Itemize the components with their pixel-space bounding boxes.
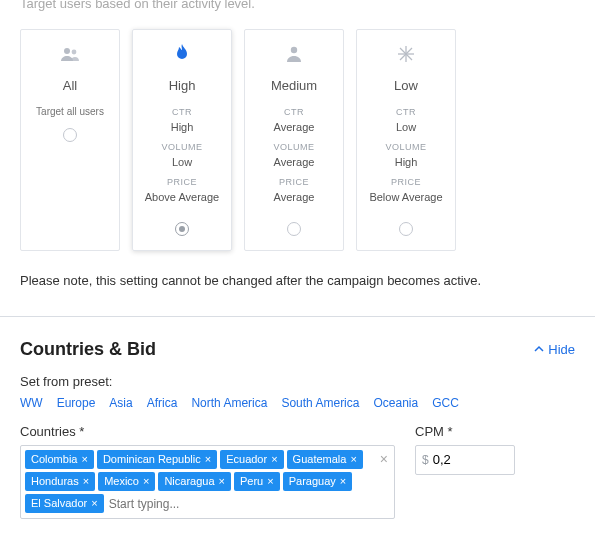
price-value: Average: [274, 190, 315, 204]
country-tag[interactable]: Nicaragua×: [158, 472, 231, 491]
clear-countries-icon[interactable]: ×: [380, 452, 388, 466]
activity-card-subtitle: Target all users: [36, 105, 104, 118]
activity-radio[interactable]: [175, 222, 189, 236]
users-icon: [60, 42, 80, 66]
country-tag[interactable]: Colombia×: [25, 450, 94, 469]
volume-label: VOLUME: [161, 142, 202, 154]
country-tag-label: El Salvador: [31, 497, 87, 510]
snow-icon: [397, 42, 415, 66]
ctr-value: High: [171, 120, 194, 134]
activity-cards-row: AllTarget all usersHighCTRHighVOLUMELowP…: [20, 29, 575, 251]
volume-label: VOLUME: [273, 142, 314, 154]
activity-card-medium[interactable]: MediumCTRAverageVOLUMEAveragePRICEAverag…: [244, 29, 344, 251]
preset-label: Set from preset:: [20, 374, 575, 389]
activity-description: Target users based on their activity lev…: [20, 0, 575, 11]
country-tag[interactable]: El Salvador×: [25, 494, 104, 513]
remove-tag-icon[interactable]: ×: [143, 475, 149, 488]
country-tag-label: Nicaragua: [164, 475, 214, 488]
remove-tag-icon[interactable]: ×: [350, 453, 356, 466]
country-tag[interactable]: Paraguay×: [283, 472, 353, 491]
cpm-currency: $: [422, 453, 429, 467]
chevron-up-icon: [534, 344, 544, 354]
price-value: Above Average: [145, 190, 219, 204]
preset-europe[interactable]: Europe: [57, 396, 96, 410]
volume-value: High: [395, 155, 418, 169]
ctr-label: CTR: [284, 107, 304, 119]
activity-card-title: All: [63, 78, 77, 95]
price-label: PRICE: [391, 177, 421, 189]
ctr-value: Average: [274, 120, 315, 134]
price-label: PRICE: [279, 177, 309, 189]
countries-input[interactable]: × Colombia×Dominican Republic×Ecuador×Gu…: [20, 445, 395, 519]
preset-north-america[interactable]: North America: [191, 396, 267, 410]
country-tag[interactable]: Mexico×: [98, 472, 155, 491]
country-tag-label: Ecuador: [226, 453, 267, 466]
remove-tag-icon[interactable]: ×: [81, 453, 87, 466]
preset-africa[interactable]: Africa: [147, 396, 178, 410]
hide-label: Hide: [548, 342, 575, 357]
activity-card-low[interactable]: LowCTRLowVOLUMEHighPRICEBelow Average: [356, 29, 456, 251]
countries-bid-heading: Countries & Bid: [20, 339, 156, 360]
svg-point-1: [72, 50, 77, 55]
preset-gcc[interactable]: GCC: [432, 396, 459, 410]
cpm-input[interactable]: [433, 452, 493, 467]
country-tag-label: Dominican Republic: [103, 453, 201, 466]
country-tag-label: Guatemala: [293, 453, 347, 466]
remove-tag-icon[interactable]: ×: [219, 475, 225, 488]
country-tag-label: Paraguay: [289, 475, 336, 488]
remove-tag-icon[interactable]: ×: [91, 497, 97, 510]
country-tag[interactable]: Honduras×: [25, 472, 95, 491]
volume-label: VOLUME: [385, 142, 426, 154]
fire-icon: [174, 42, 190, 66]
cpm-label: CPM *: [415, 424, 575, 439]
activity-radio[interactable]: [63, 128, 77, 142]
countries-label: Countries *: [20, 424, 395, 439]
cpm-field[interactable]: $: [415, 445, 515, 475]
countries-type-input[interactable]: [107, 494, 261, 514]
country-tag-label: Honduras: [31, 475, 79, 488]
activity-radio[interactable]: [399, 222, 413, 236]
preset-asia[interactable]: Asia: [109, 396, 132, 410]
ctr-label: CTR: [396, 107, 416, 119]
country-tag[interactable]: Peru×: [234, 472, 280, 491]
country-tag-label: Colombia: [31, 453, 77, 466]
country-tag[interactable]: Guatemala×: [287, 450, 363, 469]
volume-value: Average: [274, 155, 315, 169]
section-divider: [0, 316, 595, 317]
activity-note: Please note, this setting cannot be chan…: [20, 273, 575, 288]
country-tag-label: Peru: [240, 475, 263, 488]
activity-radio[interactable]: [287, 222, 301, 236]
activity-card-high[interactable]: HighCTRHighVOLUMELowPRICEAbove Average: [132, 29, 232, 251]
remove-tag-icon[interactable]: ×: [205, 453, 211, 466]
volume-value: Low: [172, 155, 192, 169]
country-tag[interactable]: Ecuador×: [220, 450, 283, 469]
country-tag[interactable]: Dominican Republic×: [97, 450, 217, 469]
activity-card-title: High: [169, 78, 196, 95]
person-icon: [286, 42, 302, 66]
remove-tag-icon[interactable]: ×: [340, 475, 346, 488]
activity-card-all[interactable]: AllTarget all users: [20, 29, 120, 251]
ctr-value: Low: [396, 120, 416, 134]
price-value: Below Average: [369, 190, 442, 204]
activity-card-title: Medium: [271, 78, 317, 95]
preset-oceania[interactable]: Oceania: [373, 396, 418, 410]
remove-tag-icon[interactable]: ×: [83, 475, 89, 488]
remove-tag-icon[interactable]: ×: [271, 453, 277, 466]
ctr-label: CTR: [172, 107, 192, 119]
svg-point-2: [291, 47, 297, 53]
svg-point-0: [64, 48, 70, 54]
price-label: PRICE: [167, 177, 197, 189]
preset-south-america[interactable]: South America: [281, 396, 359, 410]
preset-ww[interactable]: WW: [20, 396, 43, 410]
remove-tag-icon[interactable]: ×: [267, 475, 273, 488]
country-tag-label: Mexico: [104, 475, 139, 488]
preset-row: WWEuropeAsiaAfricaNorth AmericaSouth Ame…: [20, 395, 575, 410]
hide-toggle[interactable]: Hide: [534, 342, 575, 357]
activity-card-title: Low: [394, 78, 418, 95]
